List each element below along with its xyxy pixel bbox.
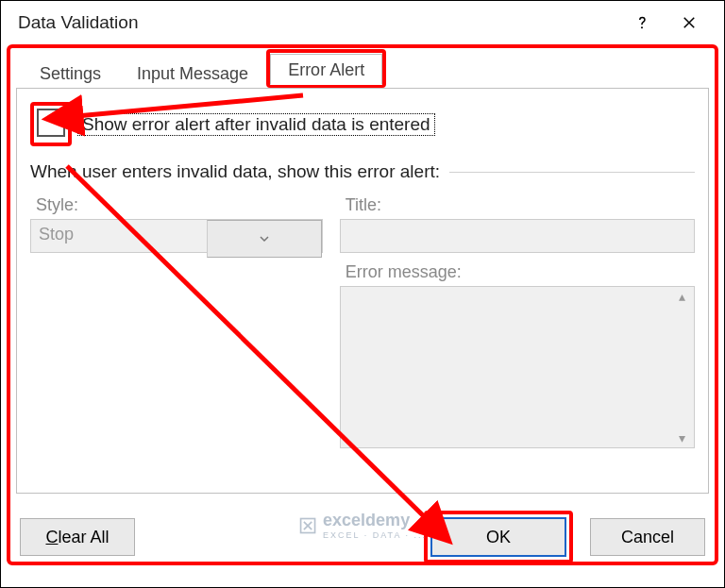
show-alert-label[interactable]: Show error alert after invalid data is e…: [77, 113, 435, 136]
titlebar: Data Validation: [7, 1, 718, 44]
data-validation-dialog: Data Validation Settings Input Message E…: [0, 0, 725, 588]
show-alert-checkbox[interactable]: [37, 109, 65, 137]
tab-error-alert[interactable]: Error Alert: [270, 54, 382, 85]
highlight-error-alert-tab: Error Alert: [266, 49, 386, 88]
svg-point-0: [641, 26, 643, 28]
ok-button[interactable]: OK: [430, 517, 566, 557]
dialog-body: Settings Input Message Error Alert Show …: [7, 44, 718, 565]
left-column: Style: Stop: [30, 192, 323, 448]
tab-strip: Settings Input Message Error Alert: [16, 54, 709, 88]
chevron-down-icon: [259, 233, 270, 244]
title-input[interactable]: [340, 219, 695, 253]
style-dropdown-button[interactable]: [207, 220, 322, 258]
tab-input-message[interactable]: Input Message: [119, 58, 266, 89]
textarea-scrollbar[interactable]: ▴ ▾: [671, 289, 692, 445]
error-message-textarea[interactable]: ▴ ▾: [340, 286, 695, 448]
clear-all-accelerator: C: [45, 528, 58, 546]
message-label: Error message:: [346, 262, 695, 282]
group-heading-row: When user enters invalid data, show this…: [30, 161, 695, 182]
group-divider: [449, 172, 695, 173]
button-row: Clear All OK Cancel: [16, 511, 709, 563]
scroll-up-icon: ▴: [671, 289, 692, 304]
show-alert-row: Show error alert after invalid data is e…: [30, 102, 695, 146]
close-icon: [681, 14, 698, 31]
style-value: Stop: [31, 220, 207, 252]
help-button[interactable]: [618, 1, 666, 44]
error-alert-group: When user enters invalid data, show this…: [30, 161, 695, 448]
style-select[interactable]: Stop: [30, 219, 323, 253]
help-icon: [633, 14, 650, 31]
tab-settings[interactable]: Settings: [22, 58, 119, 89]
clear-all-button[interactable]: Clear All: [20, 518, 135, 556]
scroll-down-icon: ▾: [671, 430, 692, 445]
fields-columns: Style: Stop Title: Error message:: [30, 192, 695, 448]
clear-all-rest: lear All: [58, 528, 109, 546]
dialog-title: Data Validation: [12, 12, 618, 33]
right-column: Title: Error message: ▴ ▾: [340, 192, 695, 448]
group-heading: When user enters invalid data, show this…: [30, 161, 440, 182]
error-alert-panel: Show error alert after invalid data is e…: [16, 88, 709, 494]
close-button[interactable]: [666, 1, 713, 44]
style-label: Style:: [36, 195, 323, 215]
title-label: Title:: [346, 195, 695, 215]
highlight-checkbox: [30, 102, 72, 146]
cancel-button[interactable]: Cancel: [590, 518, 705, 556]
highlight-ok-button: OK: [424, 511, 573, 563]
